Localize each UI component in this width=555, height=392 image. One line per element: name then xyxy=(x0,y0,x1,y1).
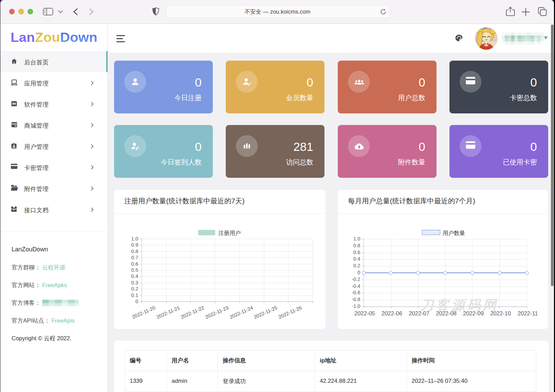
svg-text:G: G xyxy=(15,125,16,127)
